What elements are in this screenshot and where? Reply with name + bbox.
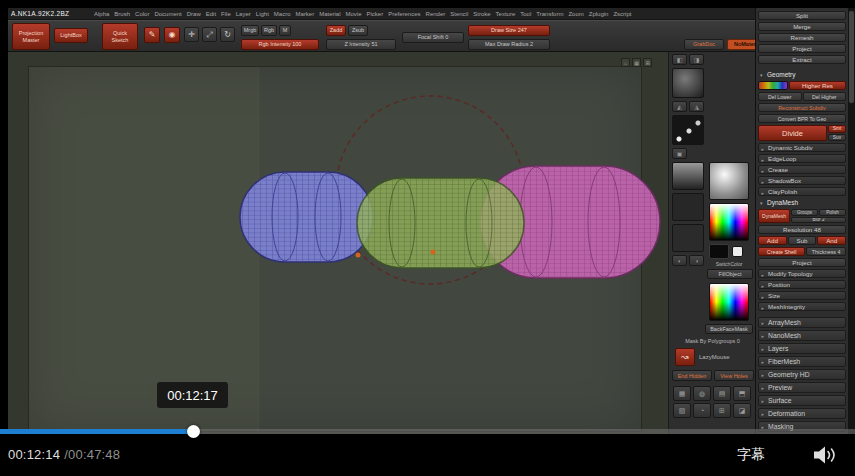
mask-by-polygroups-label[interactable]: Mask By Polygroups 0 bbox=[671, 338, 754, 344]
tray-mini-icon[interactable]: ▣ bbox=[672, 148, 687, 159]
menu-item[interactable]: Stroke bbox=[473, 11, 490, 17]
canvas-toggle-icon[interactable]: ⌂ bbox=[621, 58, 630, 67]
tray-grid-icon[interactable]: ▤ bbox=[713, 386, 731, 401]
lazymouse-label[interactable]: LazyMouse bbox=[699, 354, 753, 360]
suv-toggle[interactable]: Suv bbox=[828, 134, 846, 142]
add-toggle[interactable]: Add bbox=[758, 236, 787, 245]
m-toggle[interactable]: M bbox=[279, 25, 291, 36]
menu-item[interactable]: Zplugin bbox=[589, 11, 609, 17]
tool-palette-subsection[interactable]: ShadowBox bbox=[758, 176, 846, 185]
quick-sketch-button[interactable]: Quick Sketch bbox=[102, 23, 138, 50]
zbrush-app-frame[interactable]: A.NK1A.92K2.2BZ AlphaBrushColorDocumentD… bbox=[8, 8, 855, 445]
tool-palette-subpalette[interactable]: Geometry HD bbox=[758, 369, 846, 380]
menu-item[interactable]: Movie bbox=[346, 11, 362, 17]
sub-toggle[interactable]: Sub bbox=[788, 236, 817, 245]
spotlight-thumbnail[interactable] bbox=[672, 224, 704, 252]
tool-palette-button[interactable]: Extract bbox=[758, 55, 846, 64]
rgb-toggle[interactable]: Rgb bbox=[261, 25, 277, 36]
tray-mini-icon[interactable]: ◧ bbox=[672, 54, 687, 65]
tool-palette-subsection[interactable]: Dynamic Subdiv bbox=[758, 143, 846, 152]
menu-item[interactable]: Marker bbox=[295, 11, 314, 17]
tool-palette-button[interactable]: Merge bbox=[758, 22, 846, 31]
menu-item[interactable]: Brush bbox=[114, 11, 130, 17]
alpha-thumbnail[interactable] bbox=[672, 162, 704, 190]
switch-color-label[interactable]: SwitchColor bbox=[705, 261, 753, 267]
tray-mini-icon[interactable]: ◨ bbox=[689, 54, 704, 65]
convert-bpr-button[interactable]: Convert BPR To Geo bbox=[758, 114, 846, 123]
menu-item[interactable]: Transform bbox=[536, 11, 563, 17]
brush-thumbnail[interactable] bbox=[672, 68, 704, 98]
tool-palette-button[interactable]: Remesh bbox=[758, 33, 846, 42]
lazymouse-icon[interactable]: ↝ bbox=[675, 348, 695, 366]
color-picker[interactable] bbox=[709, 203, 749, 241]
tray-mini-icon[interactable]: ◑ bbox=[689, 255, 704, 266]
tool-palette-subpalette[interactable]: Layers bbox=[758, 343, 846, 354]
menu-item[interactable]: Preferences bbox=[388, 11, 420, 17]
scale-button[interactable]: ⤢ bbox=[202, 27, 217, 42]
del-lower-button[interactable]: Del Lower bbox=[758, 92, 802, 101]
and-toggle[interactable]: And bbox=[817, 236, 846, 245]
menu-item[interactable]: Picker bbox=[367, 11, 384, 17]
menu-item[interactable]: File bbox=[221, 11, 231, 17]
sdiv-level-slider[interactable] bbox=[758, 81, 788, 90]
rgb-intensity-slider[interactable]: Rgb Intensity 100 bbox=[241, 39, 319, 50]
mrgb-toggle[interactable]: Mrgb bbox=[241, 25, 259, 36]
draw-radius-slider[interactable]: Max Draw Radius 2 bbox=[468, 39, 550, 50]
menu-item[interactable]: Stencil bbox=[450, 11, 468, 17]
menu-item[interactable]: Macro bbox=[274, 11, 291, 17]
smt-toggle[interactable]: Smt bbox=[828, 125, 846, 133]
grabdoc-button[interactable]: GrabDoc bbox=[684, 39, 724, 50]
tool-palette-subsection[interactable]: Crease bbox=[758, 165, 846, 174]
menu-item[interactable]: Material bbox=[319, 11, 340, 17]
geometry-section-header[interactable]: Geometry bbox=[758, 70, 846, 79]
scrollbar-thumb[interactable] bbox=[849, 11, 854, 103]
polish-toggle[interactable]: Polish bbox=[819, 209, 846, 216]
tray-grid-icon[interactable]: ▧ bbox=[673, 403, 691, 418]
menu-item[interactable]: Texture bbox=[496, 11, 516, 17]
higher-res-button[interactable]: Higher Res bbox=[789, 81, 846, 90]
tool-palette-subsection[interactable]: EdgeLoop bbox=[758, 154, 846, 163]
menu-item[interactable]: Alpha bbox=[94, 11, 109, 17]
menu-item[interactable]: Color bbox=[135, 11, 149, 17]
menu-item[interactable]: Zoom bbox=[568, 11, 583, 17]
tray-mini-icon[interactable]: ◐ bbox=[672, 255, 687, 266]
focal-shift-slider[interactable]: Focal Shift 0 bbox=[402, 32, 464, 43]
menu-item[interactable]: Zscript bbox=[613, 11, 631, 17]
volume-button[interactable] bbox=[813, 445, 839, 465]
tool-palette-scrollbar[interactable] bbox=[848, 8, 855, 445]
tool-palette-subsection[interactable]: Modify Topology bbox=[758, 269, 846, 278]
lightbox-button[interactable]: LightBox bbox=[54, 28, 88, 43]
view-holes-button[interactable]: View Holes bbox=[714, 370, 754, 381]
zbrush-canvas[interactable]: ⌂▦⊞ bbox=[8, 52, 668, 445]
tool-palette-button[interactable]: Split bbox=[758, 11, 846, 20]
zadd-toggle[interactable]: Zadd bbox=[326, 25, 346, 36]
material-thumbnail[interactable] bbox=[709, 162, 749, 200]
tool-palette-subpalette[interactable]: Surface bbox=[758, 395, 846, 406]
dynamesh-section-header[interactable]: DynaMesh bbox=[758, 198, 846, 207]
fill-object-button[interactable]: FillObject bbox=[707, 269, 753, 279]
tool-palette-subsection[interactable]: MeshIntegrity bbox=[758, 302, 846, 311]
secondary-color-swatch[interactable] bbox=[732, 246, 743, 257]
progress-bar[interactable] bbox=[0, 429, 855, 434]
tool-palette-subpalette[interactable]: Preview bbox=[758, 382, 846, 393]
edit-button[interactable]: ✎ bbox=[144, 27, 160, 43]
tool-palette-subsection[interactable]: ClayPolish bbox=[758, 187, 846, 196]
menu-item[interactable]: Edit bbox=[206, 11, 216, 17]
tool-palette-button[interactable]: Project bbox=[758, 44, 846, 53]
groups-toggle[interactable]: Groups bbox=[791, 209, 818, 216]
tray-grid-icon[interactable]: ◍ bbox=[693, 386, 711, 401]
tray-grid-icon[interactable]: ▦ bbox=[673, 386, 691, 401]
texture-thumbnail[interactable] bbox=[672, 193, 704, 221]
move-button[interactable]: ✛ bbox=[184, 27, 199, 42]
backface-mask-button[interactable]: BackFaceMask bbox=[705, 324, 753, 334]
tray-mini-icon[interactable]: ◭ bbox=[672, 101, 687, 112]
end-hidden-button[interactable]: End Hidden bbox=[672, 370, 712, 381]
tray-mini-icon[interactable]: ◮ bbox=[689, 101, 704, 112]
reconstruct-subdiv-button[interactable]: Reconstruct Subdiv bbox=[758, 103, 846, 112]
z-intensity-slider[interactable]: Z Intensity 51 bbox=[326, 39, 396, 50]
subtitles-button[interactable]: 字幕 bbox=[737, 446, 765, 464]
canvas-toggle-icon[interactable]: ▦ bbox=[632, 58, 641, 67]
tool-palette-subpalette[interactable]: Deformation bbox=[758, 408, 846, 419]
tool-palette-subpalette[interactable]: ArrayMesh bbox=[758, 317, 846, 328]
menu-item[interactable]: Render bbox=[426, 11, 446, 17]
